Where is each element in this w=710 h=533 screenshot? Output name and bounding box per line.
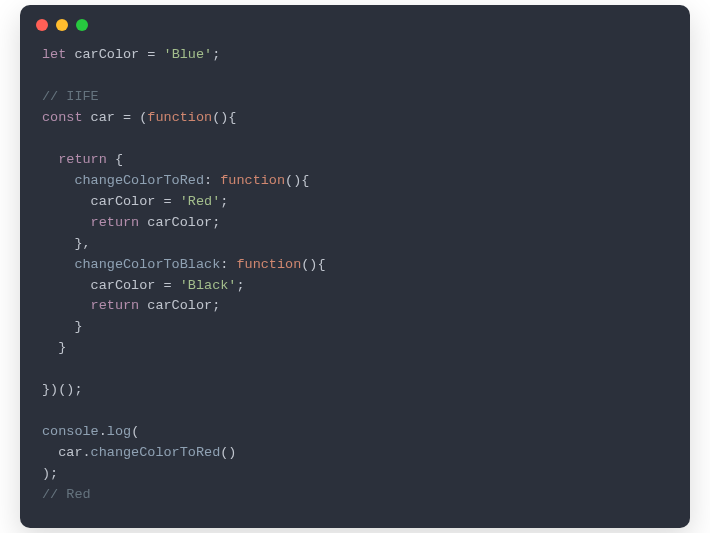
brace-close: } bbox=[42, 319, 83, 334]
code-text: carColor = bbox=[42, 194, 180, 209]
string-literal: 'Blue' bbox=[164, 47, 213, 62]
punctuation: (){ bbox=[301, 257, 325, 272]
editor-window: let carColor = 'Blue'; // IIFE const car… bbox=[20, 5, 690, 527]
code-text: carColor; bbox=[139, 215, 220, 230]
semicolon: ; bbox=[220, 194, 228, 209]
brace: { bbox=[107, 152, 123, 167]
method-call: changeColorToRed bbox=[91, 445, 221, 460]
log-method: log bbox=[107, 424, 131, 439]
keyword-function: function bbox=[220, 173, 285, 188]
minimize-icon[interactable] bbox=[56, 19, 68, 31]
paren-close: ); bbox=[42, 466, 58, 481]
console-object: console bbox=[42, 424, 99, 439]
string-literal: 'Red' bbox=[180, 194, 221, 209]
keyword-return: return bbox=[91, 215, 140, 230]
maximize-icon[interactable] bbox=[76, 19, 88, 31]
dot: . bbox=[99, 424, 107, 439]
operator: = bbox=[147, 47, 163, 62]
identifier: car bbox=[83, 110, 124, 125]
punctuation: (){ bbox=[212, 110, 236, 125]
paren: () bbox=[220, 445, 236, 460]
code-text: carColor = bbox=[42, 278, 180, 293]
indent bbox=[42, 173, 74, 188]
iife-close: })(); bbox=[42, 382, 83, 397]
property-name: changeColorToBlack bbox=[74, 257, 220, 272]
paren: ( bbox=[131, 424, 139, 439]
keyword-function: function bbox=[236, 257, 301, 272]
code-area: let carColor = 'Blue'; // IIFE const car… bbox=[20, 41, 690, 527]
indent bbox=[42, 215, 91, 230]
keyword-function: function bbox=[147, 110, 212, 125]
string-literal: 'Black' bbox=[180, 278, 237, 293]
comment: // IIFE bbox=[42, 89, 99, 104]
titlebar bbox=[20, 5, 690, 41]
code-text: carColor; bbox=[139, 298, 220, 313]
identifier: carColor bbox=[66, 47, 147, 62]
brace-close: }, bbox=[42, 236, 91, 251]
comment: // Red bbox=[42, 487, 91, 502]
punctuation: (){ bbox=[285, 173, 309, 188]
keyword-let: let bbox=[42, 47, 66, 62]
keyword-return: return bbox=[91, 298, 140, 313]
keyword-const: const bbox=[42, 110, 83, 125]
code-text: car. bbox=[42, 445, 91, 460]
colon: : bbox=[204, 173, 220, 188]
close-icon[interactable] bbox=[36, 19, 48, 31]
semicolon: ; bbox=[212, 47, 220, 62]
keyword-return: return bbox=[42, 152, 107, 167]
operator: = ( bbox=[123, 110, 147, 125]
semicolon: ; bbox=[236, 278, 244, 293]
indent bbox=[42, 298, 91, 313]
colon: : bbox=[220, 257, 236, 272]
brace-close: } bbox=[42, 340, 66, 355]
property-name: changeColorToRed bbox=[74, 173, 204, 188]
indent bbox=[42, 257, 74, 272]
